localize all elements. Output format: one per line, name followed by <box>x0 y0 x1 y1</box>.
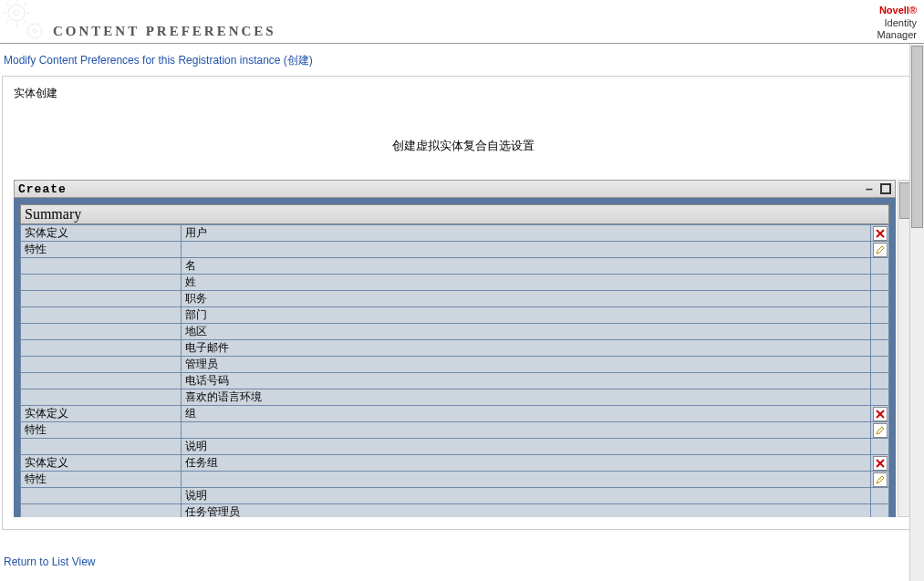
table-row: 电子邮件 <box>21 340 889 357</box>
attribute-value: 名 <box>182 258 871 275</box>
svg-point-3 <box>33 29 36 33</box>
attribute-value: 说明 <box>182 439 871 455</box>
entity-def-value: 组 <box>182 406 871 422</box>
table-row: 管理员 <box>21 357 889 373</box>
table-row: 地区 <box>21 324 889 340</box>
attribute-value: 姓 <box>182 275 871 291</box>
outer-scrollbar[interactable] <box>909 44 924 581</box>
table-row: 说明 <box>21 488 889 504</box>
subheading: 创建虚拟实体复合自选设置 <box>14 138 912 154</box>
attribute-value: 电话号码 <box>182 373 871 389</box>
summary-label: Summary <box>20 204 889 224</box>
attributes-label: 特性 <box>21 422 182 439</box>
attribute-value: 喜欢的语言环境 <box>182 389 871 406</box>
section-label: 实体创建 <box>14 86 912 101</box>
entity-def-value: 任务组 <box>182 455 871 472</box>
page-title: CONTENT PREFERENCES <box>53 24 276 39</box>
table-row: 任务管理员 <box>21 504 889 518</box>
table-row: 实体定义用户 <box>21 225 889 242</box>
delete-icon[interactable] <box>873 456 888 471</box>
subtitle: Modify Content Preferences for this Regi… <box>4 53 924 68</box>
main-frame: 实体创建 创建虚拟实体复合自选设置 Create – Summary 实体定义用… <box>2 76 919 530</box>
table-row: 姓 <box>21 275 889 291</box>
return-link[interactable]: Return to List View <box>4 555 96 568</box>
table-row: 喜欢的语言环境 <box>21 389 889 406</box>
brand-logo: Novell® Identity Manager <box>877 5 917 43</box>
edit-icon[interactable] <box>873 243 888 257</box>
table-row: 说明 <box>21 439 889 455</box>
table-row: 部门 <box>21 307 889 324</box>
edit-icon[interactable] <box>873 472 888 487</box>
summary-table: 实体定义用户特性名姓职务部门地区电子邮件管理员电话号码喜欢的语言环境实体定义组特… <box>20 224 889 517</box>
table-row: 特性 <box>21 472 889 488</box>
table-row: 特性 <box>21 422 889 439</box>
svg-point-0 <box>8 5 25 21</box>
scrollbar-thumb[interactable] <box>911 46 923 228</box>
svg-point-1 <box>14 10 19 16</box>
attribute-value: 电子邮件 <box>182 340 871 357</box>
table-row: 实体定义组 <box>21 406 889 422</box>
panel-title: Create <box>18 182 67 196</box>
table-row: 特性 <box>21 242 889 258</box>
entity-def-label: 实体定义 <box>21 406 182 422</box>
minimize-icon[interactable]: – <box>864 183 875 194</box>
panel-titlebar: Create – <box>14 180 896 198</box>
attribute-value: 说明 <box>182 488 871 504</box>
summary-panel: Summary 实体定义用户特性名姓职务部门地区电子邮件管理员电话号码喜欢的语言… <box>14 198 896 517</box>
table-row: 名 <box>21 258 889 275</box>
attributes-label: 特性 <box>21 472 182 488</box>
delete-icon[interactable] <box>873 407 888 421</box>
entity-def-label: 实体定义 <box>21 455 182 472</box>
maximize-icon[interactable] <box>880 183 891 194</box>
entity-def-label: 实体定义 <box>21 225 182 242</box>
attribute-value: 任务管理员 <box>182 504 871 518</box>
table-row: 职务 <box>21 291 889 307</box>
table-row: 实体定义任务组 <box>21 455 889 472</box>
entity-def-value: 用户 <box>182 225 871 242</box>
attribute-value: 职务 <box>182 291 871 307</box>
attribute-value: 地区 <box>182 324 871 340</box>
attribute-value: 管理员 <box>182 357 871 373</box>
svg-point-2 <box>27 24 42 38</box>
delete-icon[interactable] <box>873 226 888 241</box>
attribute-value: 部门 <box>182 307 871 324</box>
edit-icon[interactable] <box>873 423 888 438</box>
table-row: 电话号码 <box>21 373 889 389</box>
gear-decor <box>0 0 55 44</box>
attributes-label: 特性 <box>21 242 182 258</box>
